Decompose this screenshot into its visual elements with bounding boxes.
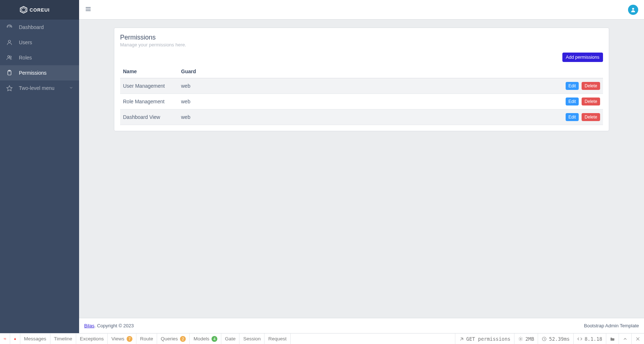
edit-button[interactable]: Edit xyxy=(566,82,579,90)
column-header-guard: Guard xyxy=(178,65,541,78)
speedometer-icon xyxy=(6,24,13,31)
svg-point-3 xyxy=(8,55,9,57)
debug-badge: 7 xyxy=(127,336,132,342)
page-title: Permissions xyxy=(120,34,603,41)
debug-collapse-icon[interactable] xyxy=(619,333,631,344)
debug-memory[interactable]: 2MB xyxy=(514,333,538,344)
edit-button[interactable]: Edit xyxy=(566,113,579,121)
debug-close-icon[interactable] xyxy=(631,333,644,344)
sidebar-item-users[interactable]: Users xyxy=(0,35,79,50)
sidebar-item-permissions[interactable]: Permissions xyxy=(0,65,79,80)
debug-time[interactable]: 52.39ms xyxy=(538,333,573,344)
debug-tab-label: Timeline xyxy=(54,336,73,341)
debug-route[interactable]: GET permissions xyxy=(455,333,514,344)
svg-point-4 xyxy=(10,56,12,58)
table-row: Dashboard ViewwebEditDelete xyxy=(120,109,603,125)
sidebar-toggle-button[interactable] xyxy=(85,6,91,13)
debug-tab-exceptions[interactable]: Exceptions xyxy=(76,333,108,344)
delete-button[interactable]: Delete xyxy=(582,113,600,121)
debug-php-version[interactable]: 8.1.18 xyxy=(573,333,606,344)
svg-marker-7 xyxy=(7,86,12,91)
sidebar-item-label: Two-level menu xyxy=(19,85,54,91)
svg-point-2 xyxy=(8,40,11,42)
debug-tab-label: Session xyxy=(243,336,261,341)
debug-tab-label: Models xyxy=(193,336,209,341)
debug-tab-label: Views xyxy=(111,336,124,341)
chevron-down-icon xyxy=(69,85,73,91)
footer-text: . Copyright © 2023 xyxy=(94,323,134,328)
sidebar-item-roles[interactable]: Roles xyxy=(0,50,79,65)
footer-link[interactable]: Bilas xyxy=(84,323,94,328)
user-icon xyxy=(6,39,13,46)
svg-point-12 xyxy=(520,338,521,340)
row-name: User Management xyxy=(120,78,178,94)
debug-tab-label: Gate xyxy=(225,336,235,341)
clipboard-icon xyxy=(6,69,13,76)
debug-tab-route[interactable]: Route xyxy=(136,333,157,344)
debug-route-text: GET permissions xyxy=(466,336,510,342)
footer-right: Bootstrap Admin Template xyxy=(584,323,639,328)
debug-badge: 2 xyxy=(180,336,186,342)
users-icon xyxy=(6,54,13,61)
add-permissions-button[interactable]: Add permissions xyxy=(562,53,603,62)
footer: Bilas. Copyright © 2023 Bootstrap Admin … xyxy=(79,318,644,333)
debug-tab-label: Queries xyxy=(161,336,178,341)
delete-button[interactable]: Delete xyxy=(582,98,600,105)
debug-php-text: 8.1.18 xyxy=(584,336,602,342)
debug-time-text: 52.39ms xyxy=(549,336,570,342)
sidebar-item-label: Roles xyxy=(19,55,32,61)
row-guard: web xyxy=(178,94,541,109)
debug-memory-text: 2MB xyxy=(525,336,534,342)
debug-folder-icon[interactable] xyxy=(606,333,619,344)
debug-tab-label: Messages xyxy=(24,336,46,341)
row-guard: web xyxy=(178,78,541,94)
debug-tab-messages[interactable]: Messages xyxy=(20,333,50,344)
laravel-icon[interactable] xyxy=(0,333,10,344)
debug-tab-queries[interactable]: Queries2 xyxy=(157,333,190,344)
star-icon xyxy=(6,84,13,92)
table-row: Role ManagementwebEditDelete xyxy=(120,94,603,109)
svg-text:COREUI: COREUI xyxy=(30,7,50,13)
sidebar: COREUI DashboardUsersRolesPermissionsTwo… xyxy=(0,0,79,333)
debug-tab-session[interactable]: Session xyxy=(239,333,264,344)
sidebar-item-label: Permissions xyxy=(19,70,46,76)
svg-line-1 xyxy=(9,26,11,27)
sidebar-item-dashboard[interactable]: Dashboard xyxy=(0,20,79,35)
debug-tab-gate[interactable]: Gate xyxy=(221,333,239,344)
row-name: Role Management xyxy=(120,94,178,109)
debug-tab-views[interactable]: Views7 xyxy=(108,333,136,344)
debug-tab-label: Route xyxy=(140,336,153,341)
debugbar-icon[interactable] xyxy=(10,333,20,344)
table-row: User ManagementwebEditDelete xyxy=(120,78,603,94)
delete-button[interactable]: Delete xyxy=(582,82,600,90)
top-header xyxy=(79,0,644,20)
debug-tab-timeline[interactable]: Timeline xyxy=(50,333,77,344)
column-header-name: Name xyxy=(120,65,178,78)
row-name: Dashboard View xyxy=(120,109,178,125)
debug-tab-request[interactable]: Request xyxy=(264,333,290,344)
permissions-card: Permissions Manage your permissions here… xyxy=(114,28,609,131)
debug-tab-models[interactable]: Models4 xyxy=(190,333,221,344)
debug-tab-label: Exceptions xyxy=(80,336,104,341)
edit-button[interactable]: Edit xyxy=(566,98,579,105)
content-area: Permissions Manage your permissions here… xyxy=(79,20,644,318)
permissions-table: Name Guard User ManagementwebEditDeleteR… xyxy=(120,65,603,125)
debug-tab-label: Request xyxy=(268,336,286,341)
sidebar-item-label: Users xyxy=(19,40,32,45)
debugbar: MessagesTimelineExceptionsViews7RouteQue… xyxy=(0,333,644,344)
user-avatar[interactable] xyxy=(628,5,638,15)
brand-logo[interactable]: COREUI xyxy=(0,0,79,20)
debug-badge: 4 xyxy=(212,336,217,342)
sidebar-item-two-level-menu[interactable]: Two-level menu xyxy=(0,80,79,96)
svg-point-11 xyxy=(632,8,634,9)
sidebar-item-label: Dashboard xyxy=(19,24,44,30)
page-subtitle: Manage your permissions here. xyxy=(120,42,603,47)
row-guard: web xyxy=(178,109,541,125)
